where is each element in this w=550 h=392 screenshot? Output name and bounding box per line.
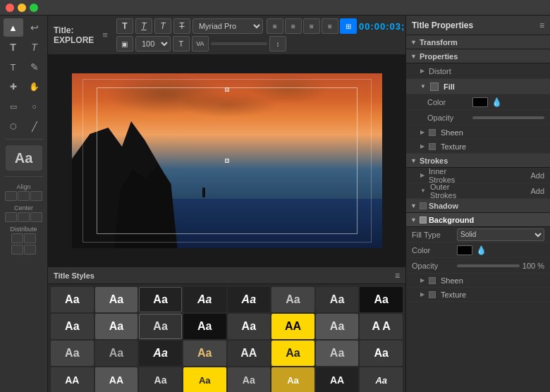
style-cell-32[interactable]: Aa — [360, 367, 403, 392]
style-cell-7[interactable]: Aa — [316, 287, 359, 312]
align-center-btn[interactable] — [18, 191, 30, 201]
distribute-btn-4[interactable] — [24, 245, 36, 255]
bg-color-swatch[interactable] — [457, 245, 472, 255]
bg-eyedropper-btn[interactable]: 💧 — [475, 245, 487, 256]
font-style-btn-4[interactable]: T — [173, 18, 190, 34]
leading-btn[interactable]: ↕ — [269, 36, 286, 51]
style-cell-3[interactable]: Aa — [139, 287, 182, 312]
texture-row[interactable]: ▶ Texture — [406, 140, 550, 154]
vertical-type-tool[interactable]: T — [4, 58, 23, 76]
align-left-text[interactable]: ≡ — [267, 18, 283, 34]
color-swatch[interactable] — [472, 97, 488, 107]
polygon-tool[interactable]: ⬡ — [4, 117, 23, 135]
distribute-horiz-btn[interactable] — [11, 233, 23, 243]
align-top-btn[interactable] — [5, 212, 17, 222]
sheen-checkbox[interactable] — [429, 129, 436, 136]
style-cell-18[interactable]: Aa — [95, 341, 138, 366]
shadow-checkbox[interactable] — [420, 202, 427, 209]
kern-btn[interactable]: VA — [192, 36, 209, 51]
align-bottom-btn[interactable] — [30, 212, 42, 222]
style-cell-28[interactable]: Aa — [183, 367, 226, 392]
sheen-row[interactable]: ▶ Sheen — [406, 125, 550, 140]
bg-texture-checkbox[interactable] — [429, 291, 436, 298]
align-justify-text[interactable]: ≡ — [322, 18, 338, 34]
style-cell-19[interactable]: Aa — [139, 341, 182, 366]
shadow-section[interactable]: ▼ Shadow — [406, 199, 550, 213]
texture-checkbox[interactable] — [429, 143, 436, 150]
align-right-btn[interactable] — [30, 191, 42, 201]
italic-type-tool[interactable]: T — [25, 38, 44, 56]
add-inner-stroke-btn[interactable]: Add — [530, 171, 544, 180]
style-cell-30[interactable]: Aa — [271, 367, 314, 392]
bg-texture-row[interactable]: ▶ Texture — [406, 288, 550, 302]
strokes-section[interactable]: ▼ Strokes — [406, 154, 550, 168]
eyedropper-btn[interactable]: 💧 — [491, 97, 502, 108]
center-handle[interactable] — [225, 159, 229, 163]
style-cell-24[interactable]: Aa — [360, 341, 403, 366]
style-cell-22[interactable]: Aa — [271, 341, 314, 366]
fill-checkbox[interactable] — [430, 82, 439, 91]
title-style-btn[interactable]: Aa — [6, 145, 42, 171]
font-style-btn-2[interactable]: T — [135, 18, 152, 34]
font-style-btn-3[interactable]: T — [154, 18, 171, 34]
style-cell-27[interactable]: Aa — [139, 367, 182, 392]
font-select[interactable]: Myriad Pro — [192, 18, 263, 34]
style-cell-12[interactable]: Aa — [183, 314, 226, 339]
style-cell-11[interactable]: Aa — [139, 314, 182, 339]
title-styles-menu-icon[interactable]: ≡ — [395, 271, 400, 281]
style-cell-15[interactable]: Aa — [316, 314, 359, 339]
tracking-slider[interactable] — [211, 42, 267, 45]
transform-section[interactable]: ▼ Transform — [406, 35, 550, 49]
text-type-btn[interactable]: T — [173, 36, 190, 51]
top-handle[interactable] — [225, 87, 229, 92]
fill-row[interactable]: ▼ Fill — [406, 79, 550, 94]
style-cell-20[interactable]: Aa — [183, 341, 226, 366]
font-style-btn-1[interactable]: T — [116, 18, 133, 34]
style-cell-2[interactable]: Aa — [95, 287, 138, 312]
align-center-text[interactable]: ≡ — [285, 18, 302, 34]
style-cell-1[interactable]: Aa — [51, 287, 94, 312]
style-cell-5[interactable]: Aa — [228, 287, 271, 312]
style-cell-9[interactable]: Aa — [51, 314, 94, 339]
style-cell-21[interactable]: AA — [228, 341, 271, 366]
style-cell-25[interactable]: AA — [51, 367, 94, 392]
hand-tool[interactable]: ✋ — [25, 78, 44, 96]
pen-tool[interactable]: ✎ — [25, 58, 44, 76]
style-cell-6[interactable]: Aa — [271, 287, 314, 312]
title-menu-icon[interactable]: ≡ — [102, 30, 108, 40]
align-middle-btn[interactable] — [18, 212, 30, 222]
style-cell-8[interactable]: Aa — [360, 287, 403, 312]
distribute-vert-btn[interactable] — [24, 233, 36, 243]
oval-tool[interactable]: ○ — [25, 97, 44, 116]
close-button[interactable] — [6, 4, 14, 12]
opacity-slider[interactable] — [472, 116, 544, 119]
panel-menu-icon[interactable]: ≡ — [539, 20, 544, 30]
style-cell-17[interactable]: Aa — [51, 341, 94, 366]
align-left-btn[interactable] — [5, 191, 17, 201]
style-cell-26[interactable]: AA — [95, 367, 138, 392]
bg-sheen-row[interactable]: ▶ Sheen — [406, 274, 550, 288]
maximize-button[interactable] — [30, 4, 38, 12]
size-select[interactable]: 100 — [135, 36, 171, 51]
style-cell-29[interactable]: Aa — [228, 367, 271, 392]
type-tool[interactable]: T — [4, 38, 23, 56]
line-tool[interactable]: ╱ — [25, 117, 44, 135]
add-outer-stroke-btn[interactable]: Add — [530, 187, 544, 195]
style-cell-23[interactable]: Aa — [316, 341, 359, 366]
background-checkbox[interactable] — [420, 216, 427, 223]
bg-opacity-slider[interactable] — [457, 264, 520, 267]
move-tool[interactable]: ✚ — [4, 78, 23, 96]
media-btn[interactable]: ▣ — [116, 36, 133, 51]
style-cell-14[interactable]: AA — [271, 314, 314, 339]
align-right-text[interactable]: ≡ — [303, 18, 320, 34]
style-cell-16[interactable]: A A — [360, 314, 403, 339]
undo-tool[interactable]: ↩ — [25, 18, 44, 37]
style-cell-4[interactable]: Aa — [183, 287, 226, 312]
select-tool[interactable]: ▲ — [4, 18, 23, 37]
fill-type-select[interactable]: Solid Gradient None — [457, 228, 544, 241]
rect-tool[interactable]: ▭ — [4, 97, 23, 116]
properties-section[interactable]: ▼ Properties — [406, 49, 550, 63]
style-cell-13[interactable]: Aa — [228, 314, 271, 339]
minimize-button[interactable] — [18, 4, 26, 12]
distribute-btn-3[interactable] — [11, 245, 23, 255]
